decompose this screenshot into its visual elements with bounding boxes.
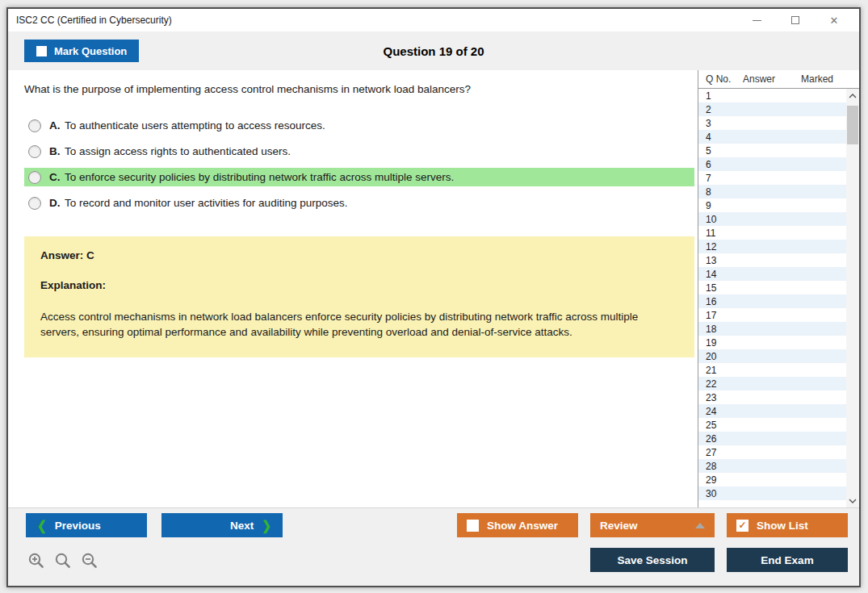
option-c-correct[interactable]: C. To enforce security policies by distr… bbox=[24, 168, 694, 186]
question-list-rows: 1234567891011121314151617181920212223242… bbox=[698, 89, 846, 507]
check-icon: ✓ bbox=[738, 520, 746, 530]
col-marked: Marked bbox=[801, 73, 859, 85]
question-list-row[interactable]: 12 bbox=[698, 240, 846, 253]
row-qno: 23 bbox=[698, 392, 736, 403]
row-qno: 28 bbox=[698, 461, 736, 472]
option-a-text: To authenticate users attempting to acce… bbox=[65, 119, 325, 132]
question-list-row[interactable]: 30 bbox=[698, 487, 846, 500]
question-list-row[interactable]: 7 bbox=[698, 171, 846, 185]
option-b[interactable]: B. To assign access rights to authentica… bbox=[24, 142, 694, 161]
row-qno: 6 bbox=[698, 159, 736, 170]
question-list-row[interactable]: 2 bbox=[698, 102, 846, 116]
explanation-text: Access control mechanisms in network loa… bbox=[40, 309, 678, 340]
footer-left: ❮ Previous Next ❯ bbox=[19, 513, 283, 586]
question-list-row[interactable]: 27 bbox=[698, 445, 846, 459]
question-list-row[interactable]: 28 bbox=[698, 459, 846, 473]
radio-option-c[interactable] bbox=[28, 171, 41, 184]
question-list-row[interactable]: 20 bbox=[698, 349, 846, 363]
option-d[interactable]: D. To record and monitor user activities… bbox=[24, 194, 694, 212]
review-dropdown[interactable]: Review bbox=[590, 513, 715, 537]
option-c-letter: C. bbox=[49, 171, 61, 183]
question-list-row[interactable]: 3 bbox=[698, 116, 846, 130]
question-list-row[interactable]: 5 bbox=[698, 144, 846, 157]
row-qno: 15 bbox=[698, 282, 736, 294]
question-list-row[interactable]: 23 bbox=[698, 390, 846, 404]
col-qno: Q No. bbox=[698, 73, 743, 85]
question-list-row[interactable]: 22 bbox=[698, 377, 846, 390]
previous-button[interactable]: ❮ Previous bbox=[26, 513, 147, 537]
title-bar: ISC2 CC (Certified in Cybersecurity) ✕ bbox=[8, 9, 859, 31]
radio-option-d[interactable] bbox=[28, 197, 41, 210]
next-button[interactable]: Next ❯ bbox=[161, 513, 283, 537]
question-list-row[interactable]: 26 bbox=[698, 432, 846, 445]
zoom-in-icon[interactable] bbox=[27, 552, 45, 570]
zoom-reset-icon[interactable] bbox=[54, 552, 72, 570]
triangle-up-icon bbox=[695, 523, 705, 528]
mark-question-checkbox[interactable] bbox=[36, 46, 47, 56]
question-list-row[interactable]: 29 bbox=[698, 473, 846, 487]
question-list-row[interactable]: 1 bbox=[698, 89, 846, 102]
question-list-row[interactable]: 9 bbox=[698, 198, 846, 212]
row-qno: 10 bbox=[698, 214, 736, 225]
row-qno: 4 bbox=[698, 132, 736, 143]
question-list-row[interactable]: 6 bbox=[698, 157, 846, 171]
radio-option-a[interactable] bbox=[28, 119, 41, 132]
close-icon: ✕ bbox=[830, 15, 839, 26]
zoom-out-icon[interactable] bbox=[81, 552, 99, 570]
question-list-row[interactable]: 17 bbox=[698, 308, 846, 322]
question-list-row[interactable]: 13 bbox=[698, 253, 846, 267]
scroll-up-button[interactable] bbox=[846, 89, 859, 102]
row-qno: 9 bbox=[698, 200, 736, 211]
window-controls: ✕ bbox=[751, 15, 859, 26]
question-list-row[interactable]: 8 bbox=[698, 185, 846, 198]
option-b-text: To assign access rights to authenticated… bbox=[65, 145, 291, 157]
chevron-right-icon: ❯ bbox=[262, 519, 271, 532]
save-session-button[interactable]: Save Session bbox=[590, 548, 715, 572]
footer-right: Show Answer Review ✓ Show List Save Sess… bbox=[457, 513, 848, 586]
row-qno: 29 bbox=[698, 474, 736, 486]
option-a[interactable]: A. To authenticate users attempting to a… bbox=[24, 116, 694, 135]
minimize-icon bbox=[753, 20, 761, 21]
show-answer-button[interactable]: Show Answer bbox=[457, 513, 578, 537]
row-qno: 18 bbox=[698, 324, 736, 335]
option-c-text: To enforce security policies by distribu… bbox=[65, 171, 454, 183]
next-label: Next bbox=[230, 520, 254, 532]
row-qno: 24 bbox=[698, 406, 736, 417]
question-list-row[interactable]: 16 bbox=[698, 294, 846, 308]
row-qno: 30 bbox=[698, 488, 736, 499]
row-qno: 5 bbox=[698, 145, 736, 157]
maximize-icon bbox=[791, 16, 799, 24]
radio-option-b[interactable] bbox=[28, 145, 41, 158]
scrollbar-thumb[interactable] bbox=[847, 106, 858, 144]
show-list-button[interactable]: ✓ Show List bbox=[727, 513, 848, 537]
row-qno: 20 bbox=[698, 351, 736, 362]
row-qno: 7 bbox=[698, 173, 736, 184]
question-text: What is the purpose of implementing acce… bbox=[24, 83, 691, 95]
row-qno: 19 bbox=[698, 337, 736, 349]
question-list-scrollbar[interactable] bbox=[846, 89, 859, 507]
row-qno: 14 bbox=[698, 269, 736, 280]
header-bar: Question 19 of 20 Mark Question bbox=[8, 31, 859, 70]
question-list-row[interactable]: 19 bbox=[698, 336, 846, 349]
question-list-row[interactable]: 15 bbox=[698, 281, 846, 294]
row-qno: 13 bbox=[698, 255, 736, 266]
review-label: Review bbox=[600, 520, 638, 532]
question-list-row[interactable]: 21 bbox=[698, 363, 846, 377]
question-list-row[interactable]: 11 bbox=[698, 226, 846, 240]
question-list-row[interactable]: 10 bbox=[698, 212, 846, 226]
scroll-down-button[interactable] bbox=[846, 494, 859, 507]
show-list-checkbox[interactable]: ✓ bbox=[736, 520, 748, 532]
end-exam-button[interactable]: End Exam bbox=[727, 548, 848, 572]
question-list-row[interactable]: 4 bbox=[698, 130, 846, 144]
row-qno: 3 bbox=[698, 118, 736, 129]
question-list-row[interactable]: 24 bbox=[698, 404, 846, 418]
question-list-row[interactable]: 18 bbox=[698, 322, 846, 336]
close-button[interactable]: ✕ bbox=[828, 15, 840, 26]
question-list-row[interactable]: 25 bbox=[698, 418, 846, 432]
chevron-left-icon: ❮ bbox=[37, 519, 47, 532]
show-answer-checkbox[interactable] bbox=[467, 520, 479, 532]
minimize-button[interactable] bbox=[751, 15, 762, 26]
question-list-row[interactable]: 14 bbox=[698, 267, 846, 281]
mark-question-button[interactable]: Mark Question bbox=[24, 40, 139, 62]
maximize-button[interactable] bbox=[790, 15, 801, 26]
